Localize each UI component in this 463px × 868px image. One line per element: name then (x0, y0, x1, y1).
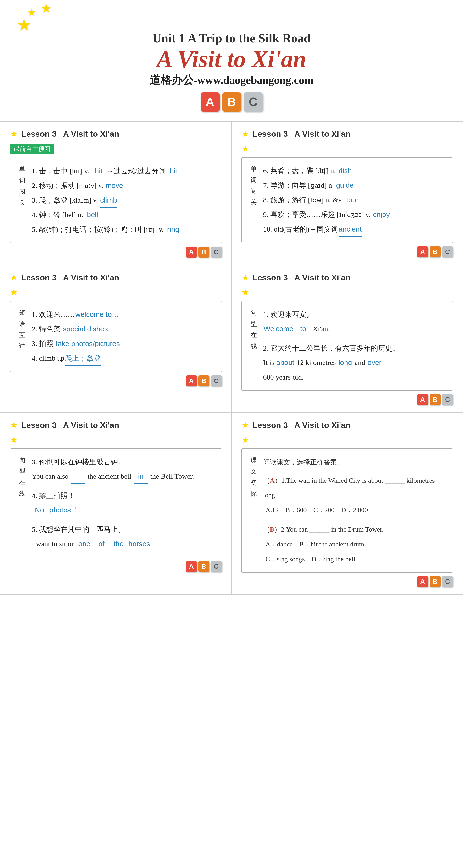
lesson-header-5: ★ Lesson 3 A Visit to Xi'an (10, 420, 222, 430)
answer-dish: dish (338, 163, 352, 178)
small-block-c-5: C (211, 561, 222, 572)
sentence-with-side-2: 句 型 在 线 3. 你也可以在钟楼里敲古钟。 You can also the… (18, 455, 214, 551)
q2-options: A．dance B．hit the ancient drum (266, 537, 446, 552)
answer-photos: photos (49, 503, 71, 518)
answer-the: the (111, 537, 126, 551)
answer-one: one (77, 537, 92, 551)
lesson-label-4: Lesson 3 A Visit to Xi'an (253, 273, 351, 282)
q1-answer: A (270, 477, 275, 484)
cell-vocab-1: ★ Lesson 3 A Visit to Xi'an 课前自主预习 单 词 闯… (0, 122, 232, 265)
abc-blocks-header: A B C (5, 92, 458, 112)
star-extra-6: ★ (241, 435, 453, 445)
vocab-with-side-2: 单 词 闯 关 6. 菜肴；盘，碟 [dɪʃ] n. dish 7. 导游；向导… (249, 163, 446, 237)
cell-reading: ★ Lesson 3 A Visit to Xi'an ★ 课 文 初 探 阅读… (232, 413, 463, 595)
phrase-item-3: 3. 拍照 take photos/pictures (32, 336, 214, 351)
phrase-items: 1. 欢迎来……welcome to… 2. 特色菜 special dishe… (32, 307, 214, 366)
small-block-a-6: A (417, 576, 428, 587)
reading-with-side: 课 文 初 探 阅读课文，选择正确答案。 （A）1.The wall in th… (249, 455, 446, 566)
lesson-label-5: Lesson 3 A Visit to Xi'an (21, 421, 119, 430)
lesson-label-3: Lesson 3 A Visit to Xi'an (21, 273, 119, 282)
tag-label: 课前自主预习 (10, 144, 54, 154)
lesson-star-icon-5: ★ (10, 420, 18, 430)
answer-about: about (276, 355, 294, 370)
sentence-4-cn: 4. 禁止拍照！ (32, 489, 214, 503)
lesson-star-extra-4: ★ (241, 287, 249, 297)
sentence-5-cn: 5. 我想坐在其中的一匹马上。 (32, 522, 214, 537)
phrases-with-side: 短 语 互 详 1. 欢迎来……welcome to… 2. 特色菜 speci… (18, 307, 214, 366)
star-extra-3: ★ (10, 287, 222, 298)
block-b: B (222, 92, 241, 112)
main-title: A Visit to Xi'an (5, 45, 458, 73)
q2-answer: B (270, 526, 274, 533)
lesson-star-extra-5: ★ (10, 435, 18, 445)
phrase-item-4: 4. climb up爬上；攀登 (32, 351, 214, 366)
cell-phrases: ★ Lesson 3 A Visit to Xi'an ★ 短 语 互 详 1.… (0, 265, 232, 413)
sentence-3-en: You can also the ancient bell in the Bel… (32, 469, 214, 484)
answer-hit2: hit (166, 164, 180, 178)
side-label-reading: 课 文 初 探 (249, 455, 258, 566)
abc-small-1: A B C (10, 247, 222, 258)
q2-paren: （B） (263, 526, 281, 533)
star-extra-4: ★ (241, 287, 453, 298)
vocab-item-1: 1. 击，击中 [hɪt] v. hit→过去式/过去分词hit (32, 164, 214, 178)
lesson-label-2: Lesson 3 A Visit to Xi'an (253, 129, 351, 138)
star-extra-5: ★ (10, 435, 222, 445)
small-block-b: B (198, 247, 209, 258)
answer-blank-3a (71, 469, 85, 484)
sentence-item-1-cn: 1. 欢迎来西安。 (263, 307, 446, 321)
answer-long: long (338, 355, 353, 370)
sentence-item-2-cn: 2. 它大约十二公里长，有六百多年的历史。 (263, 341, 446, 355)
sentence-items-1: 1. 欢迎来西安。 Welcome to Xi'an. 2. 它大约十二公里长，… (263, 307, 446, 384)
lesson-star-icon-3: ★ (10, 273, 18, 283)
answer-horses: horses (129, 537, 150, 551)
vocab-item-7: 7. 导游；向导 [ɡaɪd] n. guide (263, 178, 446, 193)
small-block-b-4: B (430, 394, 440, 405)
reading-content: 阅读课文，选择正确答案。 （A）1.The wall in the Walled… (263, 455, 446, 566)
answer-over: over (367, 355, 382, 370)
small-block-c-4: C (442, 394, 453, 405)
vocab-item-3: 3. 爬，攀登 [klaɪm] v. climb (32, 193, 214, 208)
small-block-a-3: A (186, 375, 197, 386)
answer-tour: tour (345, 193, 360, 207)
answer-move: move (105, 178, 123, 193)
lesson-star-extra-3: ★ (10, 287, 18, 297)
subtitle: Unit 1 A Trip to the Silk Road (153, 31, 310, 45)
reading-intro: 阅读课文，选择正确答案。 (263, 455, 446, 470)
lesson-header-3: ★ Lesson 3 A Visit to Xi'an (10, 273, 222, 283)
vocab-item-6: 6. 菜肴；盘，碟 [dɪʃ] n. dish (263, 163, 446, 178)
reading-box: 课 文 初 探 阅读课文，选择正确答案。 （A）1.The wall in th… (241, 448, 453, 572)
cell-sentences-2: ★ Lesson 3 A Visit to Xi'an ★ 句 型 在 线 3.… (0, 413, 232, 595)
small-block-b-6: B (430, 576, 440, 587)
side-label-vocab-2: 单 词 闯 关 (249, 163, 258, 237)
q1-paren: （A） (263, 477, 282, 484)
vocab-item-9: 9. 喜欢；享受……乐趣 [ɪnˈdʒɔɪ] v. enjoy (263, 207, 446, 222)
vocab-with-side: 单 词 闯 关 1. 击，击中 [hɪt] v. hit→过去式/过去分词hit… (18, 164, 214, 237)
answer-no: No (32, 503, 47, 518)
side-label-sentence-1: 句 型 在 线 (249, 307, 258, 384)
vocab-item-5: 5. 敲(钟)；打电话；按(铃)；鸣；叫 [rɪŋ] v. ring (32, 222, 214, 237)
sentence-3-cn: 3. 你也可以在钟楼里敲古钟。 (32, 455, 214, 469)
abc-small-4: A B C (241, 394, 453, 405)
side-label-vocab: 单 词 闯 关 (18, 164, 27, 237)
small-block-c-3: C (211, 375, 222, 386)
star-icon-3: ★ (17, 16, 31, 35)
small-block-a: A (186, 247, 197, 258)
lesson-header-6: ★ Lesson 3 A Visit to Xi'an (241, 420, 453, 430)
sentence-box-2: 句 型 在 线 3. 你也可以在钟楼里敲古钟。 You can also the… (10, 448, 222, 557)
answer-ancient: ancient (338, 222, 362, 237)
phrase-item-2: 2. 特色菜 special dishes (32, 322, 214, 336)
small-block-b-2: B (430, 246, 440, 257)
small-block-c-2: C (442, 246, 453, 257)
sentence-item-1-en: Welcome to Xi'an. (263, 321, 446, 336)
vocab-box-1: 单 词 闯 关 1. 击，击中 [hɪt] v. hit→过去式/过去分词hit… (10, 158, 222, 243)
star-icon-2: ★ (41, 1, 52, 16)
phrase-item-1: 1. 欢迎来……welcome to… (32, 307, 214, 322)
small-block-b-3: B (198, 375, 209, 386)
q2-options-cont: C．sing songs D．ring the bell (266, 552, 446, 566)
lesson-header-1: ★ Lesson 3 A Visit to Xi'an (10, 129, 222, 139)
question-1: （A）1.The wall in the Walled City is abou… (263, 473, 446, 503)
sentence-item-2-en: It is about 12 kilometres long and over (263, 355, 446, 370)
abc-small-6: A B C (241, 576, 453, 587)
abc-small-5: A B C (10, 561, 222, 572)
lesson-star-icon: ★ (10, 129, 18, 139)
